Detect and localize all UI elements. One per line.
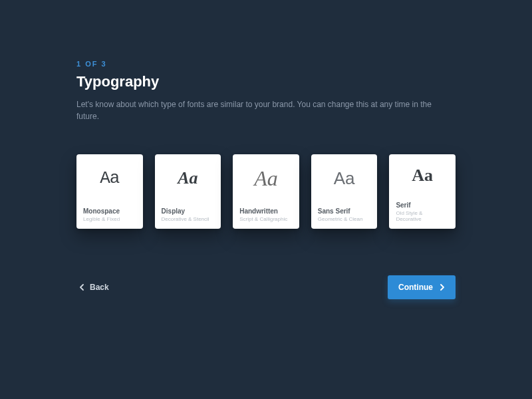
card-subtitle: Old Style & Decorative bbox=[396, 210, 449, 222]
sample-text: Aa bbox=[233, 154, 299, 202]
back-button[interactable]: Back bbox=[76, 277, 112, 297]
sample-text: Aa bbox=[311, 154, 378, 202]
card-meta: Sans Serif Geometric & Clean bbox=[311, 202, 378, 229]
card-meta: Serif Old Style & Decorative bbox=[389, 196, 456, 229]
option-display[interactable]: Aa Display Decorative & Stencil bbox=[155, 154, 221, 229]
sample-text: Aa bbox=[155, 154, 221, 202]
card-subtitle: Script & Calligraphic bbox=[239, 216, 293, 222]
sample-text: Aa bbox=[76, 154, 143, 202]
page-title: Typography bbox=[76, 73, 456, 90]
card-subtitle: Legible & Fixed bbox=[83, 216, 136, 222]
back-label: Back bbox=[90, 283, 109, 292]
option-handwritten[interactable]: Aa Handwritten Script & Calligraphic bbox=[233, 154, 299, 229]
card-subtitle: Geometric & Clean bbox=[318, 216, 371, 222]
footer-nav: Back Continue bbox=[76, 275, 456, 299]
card-title: Handwritten bbox=[239, 207, 293, 215]
card-title: Serif bbox=[396, 201, 449, 209]
wizard-step: 1 OF 3 Typography Let's know about which… bbox=[0, 0, 532, 299]
card-title: Sans Serif bbox=[318, 207, 371, 215]
page-description: Let's know about which type of fonts are… bbox=[76, 98, 456, 122]
chevron-right-icon bbox=[440, 284, 445, 291]
sample-text: Aa bbox=[389, 154, 456, 196]
typography-options: Aa Monospace Legible & Fixed Aa Display … bbox=[76, 154, 456, 229]
option-sans-serif[interactable]: Aa Sans Serif Geometric & Clean bbox=[311, 154, 378, 229]
continue-button[interactable]: Continue bbox=[388, 275, 456, 299]
card-meta: Monospace Legible & Fixed bbox=[76, 202, 143, 229]
card-meta: Display Decorative & Stencil bbox=[155, 202, 221, 229]
option-monospace[interactable]: Aa Monospace Legible & Fixed bbox=[76, 154, 143, 229]
card-title: Display bbox=[162, 207, 215, 215]
card-title: Monospace bbox=[83, 207, 136, 215]
card-meta: Handwritten Script & Calligraphic bbox=[233, 202, 299, 229]
card-subtitle: Decorative & Stencil bbox=[162, 216, 215, 222]
option-serif[interactable]: Aa Serif Old Style & Decorative bbox=[389, 154, 456, 229]
step-indicator: 1 OF 3 bbox=[76, 60, 456, 68]
continue-label: Continue bbox=[398, 283, 433, 292]
chevron-left-icon bbox=[79, 284, 84, 291]
